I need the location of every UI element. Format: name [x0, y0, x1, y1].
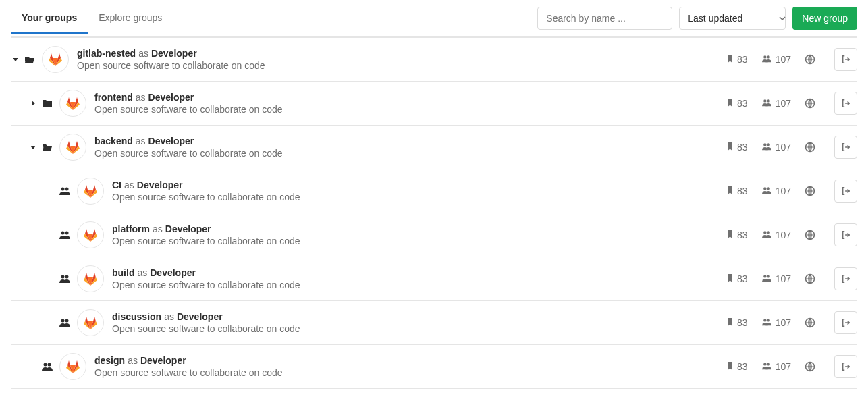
globe-icon — [805, 98, 815, 109]
users-icon — [761, 273, 772, 285]
globe-icon — [805, 361, 815, 372]
leave-group-button[interactable] — [834, 223, 857, 246]
leave-group-button[interactable] — [834, 355, 857, 378]
role-label: Developer — [140, 355, 186, 366]
group-row[interactable]: buildasDeveloperOpen source software to … — [11, 257, 857, 301]
tab-your-groups[interactable]: Your groups — [11, 3, 88, 34]
new-group-button[interactable]: New group — [792, 7, 857, 30]
members-count: 107 — [761, 98, 791, 109]
group-name[interactable]: backend — [94, 136, 133, 146]
projects-count: 83 — [726, 98, 748, 109]
leave-group-button[interactable] — [834, 267, 857, 290]
members-count: 107 — [761, 273, 791, 285]
group-description: Open source software to collaborate on c… — [112, 192, 726, 203]
caret-down-icon[interactable] — [28, 144, 38, 151]
users-icon — [761, 142, 772, 153]
bookmark-icon — [726, 186, 734, 197]
group-row[interactable]: CIasDeveloperOpen source software to col… — [11, 169, 857, 213]
group-row[interactable]: frontendasDeveloperOpen source software … — [11, 82, 857, 126]
role-label: Developer — [165, 223, 211, 234]
group-name[interactable]: build — [112, 267, 134, 278]
projects-count: 83 — [726, 230, 748, 241]
group-description: Open source software to collaborate on c… — [112, 323, 726, 334]
role-label: Developer — [151, 48, 197, 59]
group-description: Open source software to collaborate on c… — [112, 236, 726, 246]
group-row[interactable]: platformasDeveloperOpen source software … — [11, 213, 857, 257]
users-icon — [40, 361, 54, 372]
leave-group-button[interactable] — [834, 48, 857, 71]
group-row[interactable]: designasDeveloperOpen source software to… — [11, 345, 857, 389]
group-avatar — [59, 134, 86, 161]
group-row[interactable]: gitlab-nestedasDeveloperOpen source soft… — [11, 37, 857, 82]
folder-open-icon — [23, 54, 36, 65]
group-name[interactable]: frontend — [94, 92, 133, 103]
tab-explore-groups[interactable]: Explore groups — [88, 3, 173, 34]
group-avatar — [59, 353, 86, 380]
members-count: 107 — [761, 317, 791, 329]
role-label: Developer — [177, 311, 223, 322]
group-avatar — [77, 265, 104, 292]
search-input[interactable] — [537, 7, 672, 30]
projects-count: 83 — [726, 273, 748, 285]
sort-select[interactable]: Last updated — [679, 7, 786, 30]
globe-icon — [805, 142, 815, 153]
leave-group-button[interactable] — [834, 180, 857, 203]
group-name[interactable]: design — [94, 355, 125, 366]
bookmark-icon — [726, 273, 734, 285]
group-name[interactable]: platform — [112, 223, 150, 234]
group-avatar — [77, 178, 104, 205]
leave-group-button[interactable] — [834, 311, 857, 334]
role-label: Developer — [148, 92, 194, 103]
users-icon — [761, 317, 772, 329]
projects-count: 83 — [726, 142, 748, 153]
users-icon — [58, 230, 72, 240]
as-label: as — [136, 136, 146, 146]
members-count: 107 — [761, 361, 791, 373]
group-avatar — [77, 221, 104, 248]
globe-icon — [805, 54, 815, 65]
caret-down-icon[interactable] — [11, 56, 20, 63]
leave-group-button[interactable] — [834, 92, 857, 115]
members-count: 107 — [761, 186, 791, 197]
group-name[interactable]: gitlab-nested — [77, 48, 136, 59]
projects-count: 83 — [726, 54, 748, 65]
globe-icon — [805, 186, 815, 196]
group-row[interactable]: discussionasDeveloperOpen source softwar… — [11, 301, 857, 345]
group-description: Open source software to collaborate on c… — [94, 367, 726, 378]
caret-right-icon[interactable] — [28, 100, 38, 107]
members-count: 107 — [761, 230, 791, 241]
bookmark-icon — [726, 142, 734, 153]
bookmark-icon — [726, 98, 734, 109]
projects-count: 83 — [726, 317, 748, 329]
folder-open-icon — [40, 142, 54, 153]
users-icon — [58, 273, 72, 284]
globe-icon — [805, 273, 815, 284]
group-name[interactable]: CI — [112, 180, 121, 190]
role-label: Developer — [148, 136, 194, 146]
users-icon — [58, 186, 72, 196]
bookmark-icon — [726, 317, 734, 329]
as-label: as — [124, 180, 134, 190]
folder-icon — [40, 98, 54, 109]
users-icon — [761, 98, 772, 109]
globe-icon — [805, 230, 815, 240]
projects-count: 83 — [726, 186, 748, 197]
users-icon — [761, 230, 772, 241]
as-label: as — [138, 48, 148, 59]
members-count: 107 — [761, 142, 791, 153]
group-row[interactable]: backendasDeveloperOpen source software t… — [11, 126, 857, 169]
group-name[interactable]: discussion — [112, 311, 161, 322]
role-label: Developer — [137, 180, 183, 190]
group-description: Open source software to collaborate on c… — [112, 279, 726, 290]
bookmark-icon — [726, 54, 734, 65]
as-label: as — [128, 355, 138, 366]
users-icon — [761, 361, 772, 373]
as-label: as — [164, 311, 174, 322]
users-icon — [58, 317, 72, 328]
group-avatar — [77, 309, 104, 336]
globe-icon — [805, 317, 815, 328]
leave-group-button[interactable] — [834, 136, 857, 159]
bookmark-icon — [726, 230, 734, 241]
projects-count: 83 — [726, 361, 748, 373]
role-label: Developer — [150, 267, 196, 278]
